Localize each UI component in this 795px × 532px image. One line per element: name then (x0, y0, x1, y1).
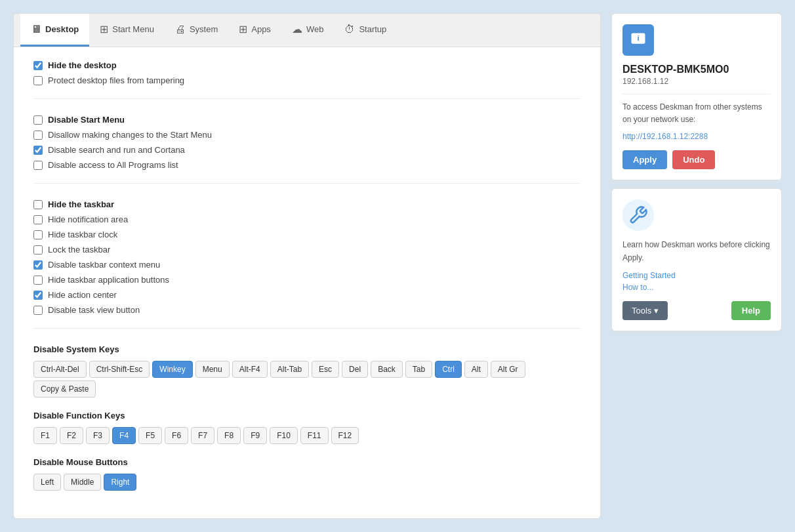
host-ip: 192.168.1.12 (622, 77, 771, 86)
device-info-card: i DESKTOP-BMK5MO0 192.168.1.12 To access… (611, 13, 782, 180)
disable-context-checkbox[interactable] (33, 260, 43, 270)
key-ctrl-alt-del[interactable]: Ctrl-Alt-Del (33, 361, 87, 378)
checkbox-disable-task-view: Disable task view button (33, 305, 581, 315)
key-alt-gr[interactable]: Alt Gr (491, 361, 525, 378)
key-right[interactable]: Right (104, 474, 136, 491)
checkbox-disallow-changes: Disallow making changes to the Start Men… (33, 130, 581, 140)
key-f7[interactable]: F7 (191, 427, 214, 444)
desktop-checkboxes: Hide the desktop Protect desktop files f… (33, 60, 581, 85)
lock-taskbar-checkbox[interactable] (33, 245, 43, 255)
help-buttons: Tools ▾ Help (622, 301, 771, 320)
how-to-link[interactable]: How to... (622, 283, 771, 292)
checkbox-hide-notification: Hide notification area (33, 215, 581, 224)
apply-button[interactable]: Apply (622, 150, 667, 169)
disable-task-view-checkbox[interactable] (33, 306, 43, 315)
tab-content: Hide the desktop Protect desktop files f… (14, 47, 600, 517)
key-f11[interactable]: F11 (300, 427, 329, 444)
system-key-buttons: Ctrl-Alt-Del Ctrl-Shift-Esc Winkey Menu … (33, 361, 581, 398)
key-ctrl[interactable]: Ctrl (435, 361, 462, 378)
startup-icon: ⏱ (344, 24, 355, 35)
undo-button[interactable]: Undo (672, 150, 715, 169)
disable-search-checkbox[interactable] (33, 146, 43, 155)
dropdown-icon: ▾ (654, 306, 659, 316)
network-text: To access Deskman from other systems on … (622, 101, 771, 126)
getting-started-link[interactable]: Getting Started (622, 271, 771, 280)
key-f9[interactable]: F9 (243, 427, 267, 444)
card-buttons: Apply Undo (622, 150, 771, 169)
tab-web[interactable]: ☁ Web (281, 14, 335, 47)
checkbox-hide-clock: Hide taskbar clock (33, 230, 581, 239)
hide-notification-checkbox[interactable] (33, 215, 43, 224)
web-icon: ☁ (292, 23, 302, 35)
function-keys-title: Disable Function Keys (33, 411, 581, 420)
key-menu[interactable]: Menu (195, 361, 230, 378)
checkbox-disable-search: Disable search and run and Cortana (33, 145, 581, 155)
disable-programs-checkbox[interactable] (33, 161, 43, 170)
key-f3[interactable]: F3 (86, 427, 110, 444)
key-f12[interactable]: F12 (331, 427, 359, 444)
disallow-changes-checkbox[interactable] (33, 131, 43, 140)
key-alt[interactable]: Alt (464, 361, 488, 378)
taskbar-section: Hide the taskbar Hide notification area … (33, 199, 581, 329)
wrench-icon (622, 199, 654, 231)
main-panel: 🖥 Desktop ⊞ Start Menu 🖨 System ⊞ Apps ☁… (13, 13, 601, 519)
key-tab[interactable]: Tab (405, 361, 432, 378)
hide-taskbar-checkbox[interactable] (33, 200, 43, 209)
key-f6[interactable]: F6 (165, 427, 188, 444)
hide-desktop-checkbox[interactable] (33, 61, 43, 70)
checkbox-lock-taskbar: Lock the taskbar (33, 245, 581, 255)
hide-clock-checkbox[interactable] (33, 230, 43, 239)
key-alt-tab[interactable]: Alt-Tab (270, 361, 309, 378)
help-card: Learn how Deskman works before clicking … (611, 188, 782, 331)
divider (622, 94, 771, 94)
checkbox-disable-programs: Disable access to All Programs list (33, 160, 581, 170)
protect-files-checkbox[interactable] (33, 76, 43, 85)
device-icon: i (622, 24, 654, 56)
key-middle[interactable]: Middle (64, 474, 101, 491)
key-alt-f4[interactable]: Alt-F4 (232, 361, 268, 378)
key-del[interactable]: Del (342, 361, 368, 378)
disable-start-checkbox[interactable] (33, 115, 43, 125)
svg-text:i: i (637, 33, 639, 42)
key-back[interactable]: Back (371, 361, 403, 378)
desktop-icon: 🖥 (31, 24, 41, 35)
key-left[interactable]: Left (33, 474, 61, 491)
startmenu-icon: ⊞ (100, 23, 108, 35)
key-f8[interactable]: F8 (217, 427, 241, 444)
startmenu-section: Disable Start Menu Disallow making chang… (33, 115, 581, 184)
tab-startmenu[interactable]: ⊞ Start Menu (89, 14, 165, 47)
key-esc[interactable]: Esc (312, 361, 339, 378)
system-keys-section: Disable System Keys Ctrl-Alt-Del Ctrl-Sh… (33, 344, 581, 398)
checkbox-disable-context: Disable taskbar context menu (33, 260, 581, 270)
key-f1[interactable]: F1 (33, 427, 57, 444)
key-f2[interactable]: F2 (60, 427, 83, 444)
tab-startup[interactable]: ⏱ Startup (334, 14, 397, 47)
tab-apps[interactable]: ⊞ Apps (228, 14, 281, 47)
key-winkey[interactable]: Winkey (152, 361, 192, 378)
checkbox-hide-app-buttons: Hide taskbar application buttons (33, 275, 581, 285)
tab-bar: 🖥 Desktop ⊞ Start Menu 🖨 System ⊞ Apps ☁… (14, 14, 600, 47)
function-key-buttons: F1 F2 F3 F4 F5 F6 F7 F8 F9 F10 F11 F12 (33, 427, 581, 444)
network-url-link[interactable]: http://192.168.1.12:2288 (622, 132, 708, 141)
tab-desktop[interactable]: 🖥 Desktop (20, 14, 89, 47)
key-f4[interactable]: F4 (112, 427, 136, 444)
side-panel: i DESKTOP-BMK5MO0 192.168.1.12 To access… (611, 13, 782, 519)
tab-system[interactable]: 🖨 System (165, 14, 228, 47)
checkbox-hide-desktop: Hide the desktop (33, 60, 581, 70)
checkbox-protect-files: Protect desktop files from tampering (33, 75, 581, 85)
checkbox-hide-action: Hide action center (33, 290, 581, 300)
key-f5[interactable]: F5 (138, 427, 162, 444)
mouse-buttons-title: Disable Mouse Buttons (33, 457, 581, 467)
startmenu-checkboxes: Disable Start Menu Disallow making chang… (33, 115, 581, 170)
key-ctrl-shift-esc[interactable]: Ctrl-Shift-Esc (89, 361, 150, 378)
hide-app-buttons-checkbox[interactable] (33, 276, 43, 285)
key-f10[interactable]: F10 (270, 427, 298, 444)
system-icon: 🖨 (175, 24, 186, 35)
function-keys-section: Disable Function Keys F1 F2 F3 F4 F5 F6 … (33, 411, 581, 444)
tools-button[interactable]: Tools ▾ (622, 301, 668, 320)
key-copy-paste[interactable]: Copy & Paste (33, 380, 96, 398)
hide-action-checkbox[interactable] (33, 291, 43, 300)
help-button[interactable]: Help (731, 301, 771, 320)
mouse-button-buttons: Left Middle Right (33, 474, 581, 491)
system-keys-title: Disable System Keys (33, 344, 581, 354)
